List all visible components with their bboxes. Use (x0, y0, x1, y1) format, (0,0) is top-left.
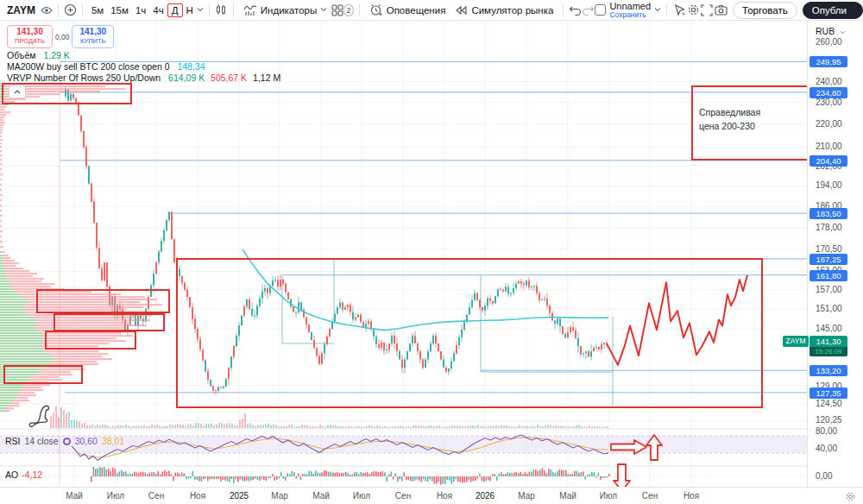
price-tick-label: 157,00 (816, 285, 842, 294)
vrvp-label: VRVP Number Of Rows 250 Up/Down (7, 72, 161, 83)
timeframe-group: 5м15м1ч4чДН (88, 5, 197, 16)
eye-icon[interactable] (41, 3, 53, 17)
ma200w-line (243, 249, 608, 331)
rsi-params: 14 close (25, 436, 59, 446)
buy-price: 141,30 (79, 28, 106, 36)
last-price: 141,30 (809, 336, 847, 347)
time-tick-label: Июл (600, 491, 617, 501)
price-tick-label: 151,00 (816, 304, 842, 313)
timeframe-Д[interactable]: Д (167, 3, 183, 17)
price-tick-label: 260,00 (816, 37, 842, 47)
price-tick-label: 40,00 (816, 444, 837, 453)
alerts-label: Оповещения (387, 5, 446, 16)
sell-button[interactable]: 141,30 ПРОДАТЬ (7, 25, 53, 48)
vrvp-total-value: 1,12 M (253, 72, 280, 83)
symbol-label[interactable]: ZAYM (7, 4, 35, 16)
ma-label: MA200W buy sell BTC 200 close open 0 (7, 61, 170, 72)
layout-grid-icon[interactable] (331, 3, 343, 17)
volume-value: 1,29 K (43, 50, 69, 60)
ao-histogram (0, 467, 807, 485)
indicators-button[interactable]: Индикаторы (239, 2, 331, 19)
redo-icon[interactable] (582, 3, 595, 17)
time-axis[interactable]: МайИюлСенНоя2025МарМайИюлСенНоя2026МарМа… (0, 487, 863, 504)
timeframe-1ч[interactable]: 1ч (132, 3, 149, 17)
magic-cursor-icon[interactable] (672, 3, 686, 17)
currency-selector[interactable]: RUB (816, 26, 846, 36)
time-tick-label: Май (66, 491, 83, 501)
ao-value: -4,12 (22, 469, 42, 480)
alert-price-badge: 133,20 (809, 365, 847, 376)
bar-countdown: 15:26:09 (809, 347, 847, 356)
alert-price-badge: 204,40 (809, 155, 847, 167)
ao-title: AO (5, 469, 18, 480)
simulator-label: Симулятор рынка (471, 5, 553, 16)
legend-ma200w[interactable]: MA200W buy sell BTC 200 close open 0 148… (7, 61, 205, 72)
alerts-button[interactable]: Оповещения (365, 2, 450, 19)
range-box-drawings (282, 259, 613, 406)
trade-button[interactable]: Торговать (733, 2, 797, 19)
price-tick-label: 220,00 (816, 119, 842, 129)
vrvp-down-value: 505,67 K (211, 72, 247, 83)
timeframe-Н[interactable]: Н (183, 3, 197, 17)
ao-legend[interactable]: AO -4,12 (5, 469, 42, 480)
price-tick-label: 124,50 (816, 399, 842, 408)
price-axis[interactable]: RUB 260,00240,00230,00220,00210,00202,00… (807, 21, 863, 487)
timeframe-5м[interactable]: 5м (88, 3, 107, 17)
buy-button[interactable]: 141,30 КУПИТЬ (72, 25, 114, 48)
time-tick-label: Июл (353, 491, 370, 501)
undo-icon[interactable] (569, 3, 582, 17)
save-link[interactable]: Сохранить (609, 10, 651, 19)
price-tick-label: 194,00 (816, 180, 842, 190)
rsi-legend[interactable]: RSI 14 close 30,60 38,01 (5, 436, 124, 446)
dinosaur-sticker (29, 406, 48, 426)
right-arrow-annotation (611, 440, 646, 454)
toolbar-separator (58, 3, 59, 16)
time-tick-label: Ноя (190, 491, 205, 501)
alert-price-badge: 249,95 (809, 56, 847, 67)
volume-profile (0, 83, 162, 412)
top-toolbar: ZAYM 5м15м1ч4чДН Индикаторы (0, 0, 863, 21)
chevron-down-icon[interactable] (654, 6, 661, 14)
sell-price: 141,30 (15, 28, 45, 36)
arrow-annotations (611, 435, 662, 491)
legend-vrvp[interactable]: VRVP Number Of Rows 250 Up/Down 614,09 K… (7, 72, 280, 83)
settings-gear-icon[interactable] (686, 3, 700, 17)
timeframe-4ч[interactable]: 4ч (149, 3, 167, 17)
layout-name-widget[interactable]: Unnamed Сохранить (609, 2, 651, 19)
legend-volume[interactable]: Объём 1,29 K (7, 50, 70, 60)
time-tick-label: Июл (107, 491, 124, 501)
rsi-ma-value: 38,01 (102, 436, 124, 446)
price-tick-label: 240,00 (816, 77, 842, 86)
layout-checkbox[interactable] (595, 4, 606, 16)
camera-icon[interactable] (714, 3, 728, 17)
time-tick-label: Мар (271, 491, 288, 501)
market-simulator-button[interactable]: Симулятор рынка (450, 2, 557, 19)
plus-circle-icon[interactable] (64, 3, 77, 17)
time-tick-label: 2026 (476, 491, 494, 501)
fullscreen-icon[interactable] (700, 3, 714, 17)
candles-icon[interactable] (215, 3, 228, 17)
trading-terminal: ZAYM 5м15м1ч4чДН Индикаторы (0, 0, 863, 504)
sell-label: ПРОДАТЬ (15, 37, 45, 46)
layout-count-badge[interactable]: 2 (343, 4, 354, 16)
forecast-zigzag (607, 275, 747, 365)
publish-button[interactable]: Опубли (803, 2, 863, 19)
fair-price-note[interactable]: Справедливая цена 200-230 (699, 105, 807, 133)
collapse-profile-button[interactable] (9, 85, 26, 98)
rsi-loading-icon (63, 438, 71, 445)
rewind-icon (454, 3, 468, 17)
alert-price-badge: 161,80 (809, 270, 847, 281)
chevron-down-icon[interactable] (197, 6, 204, 14)
indicators-wave-icon (243, 3, 257, 17)
alarm-clock-icon (369, 3, 383, 17)
toolbar-right-group: Unnamed Сохранить Торговать Опубли (595, 2, 863, 19)
time-tick-label: Сен (395, 491, 411, 501)
grid (0, 21, 807, 487)
alert-lines (60, 61, 807, 392)
toolbar-separator (666, 3, 667, 16)
toolbar-separator (209, 3, 210, 16)
layout-name: Unnamed (609, 2, 651, 10)
axis-settings-gear-icon[interactable] (845, 490, 856, 504)
timeframe-15м[interactable]: 15м (107, 3, 132, 17)
trade-panel: 141,30 ПРОДАТЬ 0,00 141,30 КУПИТЬ (7, 25, 114, 48)
